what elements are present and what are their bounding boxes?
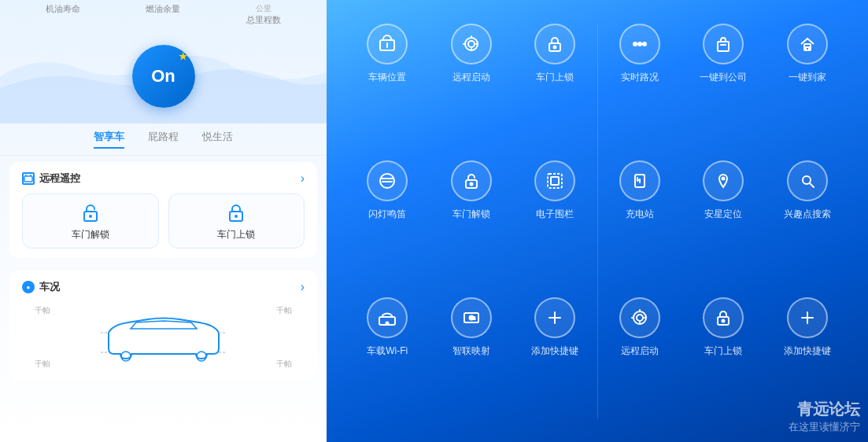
svg-rect-0	[24, 176, 32, 182]
icon-door-lock-2[interactable]: 车门上锁	[681, 289, 766, 426]
svg-point-8	[197, 352, 206, 361]
tabs: 智享车 屁路程 悦生活	[0, 123, 327, 156]
remote-icon	[22, 172, 35, 185]
icon-realtime-traffic[interactable]: 实时路况	[598, 16, 682, 153]
flash-horn-icon-circle	[367, 160, 408, 201]
svg-point-39	[722, 177, 726, 181]
svg-point-6	[235, 215, 238, 218]
car-status-header: ● 车况 ›	[22, 280, 305, 294]
car-diagram: 千帕 千帕 千帕 千帕	[22, 302, 305, 371]
geo-fence-icon-circle	[534, 160, 575, 201]
icon-cast[interactable]: On 智联映射	[430, 289, 514, 426]
right-grid: 实时路况 一键到公司 一键到家 充电站	[598, 16, 850, 426]
stat-oil-life: 机油寿命	[46, 3, 80, 26]
car-status-title: ● 车况	[22, 280, 60, 294]
tire-fr: 千帕	[276, 305, 292, 316]
charging-station-label: 充电站	[626, 208, 654, 221]
right-panel: 车辆位置 远程启动 车门上锁 闪灯鸣笛	[327, 0, 868, 442]
remote-start-label: 远程启动	[452, 71, 490, 84]
wave-area: On ★	[0, 29, 327, 123]
svg-line-41	[810, 183, 814, 187]
vehicle-location-label: 车辆位置	[368, 71, 406, 84]
remote-chevron[interactable]: ›	[301, 171, 305, 186]
oil-life-label: 机油寿命	[46, 3, 80, 15]
door-lock-2-label: 车门上锁	[704, 344, 742, 358]
remote-control-header: 远程遥控 ›	[22, 171, 305, 186]
car-status-card: ● 车况 › 千帕 千帕 千帕	[9, 271, 317, 381]
remote-control-card: 远程遥控 › 车门解锁 车门上锁	[9, 162, 317, 258]
tire-rl: 千帕	[35, 359, 50, 370]
icon-charging-station[interactable]: 充电站	[598, 153, 682, 289]
icon-location[interactable]: 安星定位	[681, 153, 766, 289]
door-unlock-icon-circle	[451, 160, 492, 201]
add-shortcut-right-label: 添加快捷键	[784, 344, 831, 358]
remote-control-label: 远程遥控	[39, 171, 80, 186]
location-label: 安星定位	[704, 208, 742, 221]
door-lock-2-icon-circle	[703, 297, 744, 338]
svg-point-18	[554, 46, 556, 49]
icon-flash-horn[interactable]: 闪灯鸣笛	[345, 153, 430, 289]
on-star: ★	[179, 51, 187, 62]
icon-add-shortcut-left[interactable]: 添加快捷键	[513, 289, 597, 426]
add-shortcut-left-label: 添加快捷键	[531, 344, 578, 358]
svg-point-25	[386, 322, 389, 325]
left-panel: 机油寿命 燃油余量 公里 总里程数 On ★ 智享车 屁路程 悦生活	[0, 0, 327, 442]
icon-geo-fence[interactable]: 电子围栏	[513, 153, 597, 289]
icon-door-lock[interactable]: 车门上锁	[513, 16, 597, 153]
to-home-icon-circle	[787, 24, 828, 64]
watermark: 青远论坛 在这里读懂济宁	[789, 399, 860, 434]
icon-to-home[interactable]: 一键到家	[766, 16, 850, 153]
svg-point-4	[89, 215, 92, 218]
fuel-label: 燃油余量	[146, 3, 180, 15]
poi-search-icon-circle	[787, 160, 828, 201]
cast-icon-circle: On	[451, 297, 492, 338]
icon-to-work[interactable]: 一键到公司	[681, 16, 766, 153]
mileage-label: 总里程数	[246, 14, 281, 26]
svg-point-45	[722, 320, 725, 322]
poi-search-label: 兴趣点搜索	[784, 208, 831, 221]
add-shortcut-left-icon-circle	[534, 297, 575, 338]
lock-button[interactable]: 车门上锁	[168, 193, 305, 249]
car-status-chevron[interactable]: ›	[301, 280, 305, 294]
car-wifi-icon-circle	[367, 297, 408, 338]
flash-horn-label: 闪灯鸣笛	[368, 208, 406, 221]
unlock-button[interactable]: 车门解锁	[22, 193, 159, 249]
car-outline-svg	[85, 305, 242, 368]
icon-remote-start-2[interactable]: 远程启动	[598, 289, 682, 426]
watermark-line2: 在这里读懂济宁	[789, 420, 860, 434]
lock-label: 车门上锁	[217, 228, 255, 241]
tab-life[interactable]: 悦生活	[202, 130, 233, 149]
svg-point-43	[637, 315, 643, 321]
on-logo[interactable]: On ★	[132, 45, 195, 108]
grid-container: 车辆位置 远程启动 车门上锁 闪灯鸣笛	[345, 16, 849, 426]
door-unlock-label: 车门解锁	[452, 208, 490, 221]
watermark-line1: 青远论坛	[789, 399, 860, 420]
remote-start-icon-circle	[451, 24, 492, 64]
svg-text:On: On	[470, 315, 475, 320]
remote-start-2-icon-circle	[619, 297, 660, 338]
door-lock-icon-circle	[534, 24, 575, 64]
svg-rect-23	[551, 177, 559, 185]
remote-control-title: 远程遥控	[22, 171, 80, 186]
svg-point-32	[638, 42, 641, 46]
svg-rect-22	[548, 174, 562, 188]
svg-point-31	[633, 42, 637, 46]
stats-row: 机油寿命 燃油余量 公里 总里程数	[0, 0, 327, 29]
cast-label: 智联映射	[452, 344, 490, 358]
icon-vehicle-location[interactable]: 车辆位置	[345, 16, 430, 153]
icon-poi-search[interactable]: 兴趣点搜索	[766, 153, 850, 289]
car-status-dot: ●	[22, 281, 35, 293]
tab-trip[interactable]: 屁路程	[148, 130, 179, 149]
icon-door-unlock[interactable]: 车门解锁	[430, 153, 514, 289]
to-work-label: 一键到公司	[700, 71, 747, 84]
icon-remote-start[interactable]: 远程启动	[430, 16, 514, 153]
svg-rect-37	[806, 47, 809, 50]
svg-point-21	[470, 183, 472, 186]
stat-mileage: 公里 总里程数	[246, 3, 281, 26]
stat-fuel: 燃油余量	[146, 3, 180, 26]
left-grid: 车辆位置 远程启动 车门上锁 闪灯鸣笛	[345, 16, 597, 426]
location-icon-circle	[703, 160, 744, 201]
icon-car-wifi[interactable]: 车载Wi-Fi	[345, 289, 430, 426]
tab-smart-car[interactable]: 智享车	[94, 130, 124, 149]
tire-fl: 千帕	[35, 305, 50, 316]
